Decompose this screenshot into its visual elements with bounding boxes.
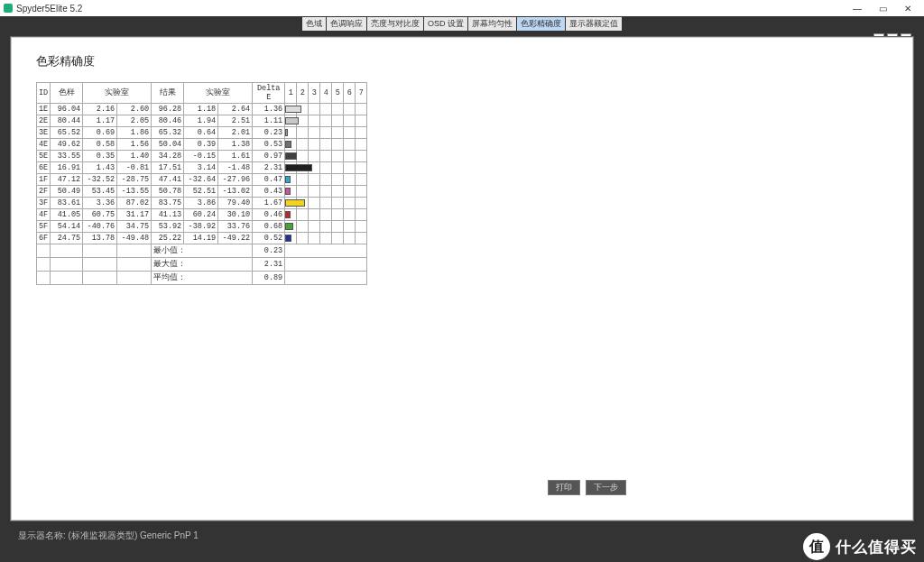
restore-button[interactable]: ▭	[870, 1, 895, 15]
summary-row: 最小值：0.23	[37, 244, 367, 258]
delta-bar	[285, 235, 291, 242]
table-row: 6F 24.75 13.78-49.48 25.22 14.19-49.220.…	[37, 233, 367, 244]
table-row: 2F 50.49 53.45-13.55 50.78 52.51-13.020.…	[37, 186, 367, 198]
tab-0[interactable]: 色域	[302, 17, 326, 31]
app-icon	[4, 4, 13, 13]
tab-bar: 色域色调响应亮度与对比度OSD 设置屏幕均匀性色彩精确度显示器额定值	[0, 16, 924, 31]
table-row: 1E 96.04 2.16 2.60 96.28 1.18 2.641.36	[37, 104, 367, 115]
delta-bar	[285, 223, 293, 230]
tab-3[interactable]: OSD 设置	[424, 17, 467, 31]
delta-bar	[285, 152, 297, 160]
section-title: 色彩精确度	[36, 53, 888, 69]
tab-4[interactable]: 屏幕均匀性	[468, 17, 516, 31]
display-name-label: 显示器名称:	[18, 530, 66, 542]
window-titlebar: Spyder5Elite 5.2 — ▭ ✕	[0, 0, 924, 16]
table-row: 2E 80.44 1.17 2.05 80.46 1.94 2.511.11	[37, 115, 367, 127]
table-row: 1F 47.12-32.52-28.75 47.41-32.64-27.960.…	[37, 174, 367, 186]
work-area: ⤢ ▣ ⌕ 色彩精确度 ID色样实验室结果实验室Delta E12345671E…	[0, 31, 924, 526]
summary-row: 平均值：0.89	[37, 272, 367, 285]
delta-bar	[285, 141, 291, 148]
watermark: 值 什么值得买	[803, 533, 917, 560]
display-name-value: (标准监视器类型) Generic PnP 1	[69, 530, 199, 542]
watermark-text: 什么值得买	[836, 537, 917, 557]
window-title: Spyder5Elite 5.2	[16, 4, 82, 14]
table-row: 3F 83.61 3.36 87.02 83.75 3.86 79.401.67	[37, 198, 367, 209]
delta-bar	[285, 129, 288, 136]
delta-bar	[285, 211, 291, 218]
footer-controls: 打印 下一步	[548, 480, 626, 495]
tab-6[interactable]: 显示器额定值	[566, 17, 622, 31]
table-row: 6E 16.91 1.43-0.81 17.51 3.14-1.482.31	[37, 162, 367, 174]
summary-row: 最大值：2.31	[37, 258, 367, 272]
color-accuracy-table: ID色样实验室结果实验室Delta E12345671E 96.04 2.16 …	[36, 82, 367, 285]
tab-2[interactable]: 亮度与对比度	[367, 17, 423, 31]
delta-bar	[285, 176, 291, 183]
watermark-badge-icon: 值	[803, 533, 830, 560]
table-row: 4E 49.62 0.58 1.56 50.04 0.39 1.380.53	[37, 139, 367, 151]
tab-1[interactable]: 色调响应	[327, 17, 366, 31]
report-canvas: 色彩精确度 ID色样实验室结果实验室Delta E12345671E 96.04…	[10, 36, 914, 521]
table-row: 3E 65.52 0.69 1.86 65.32 0.64 2.010.23	[37, 127, 367, 139]
next-button[interactable]: 下一步	[586, 480, 626, 495]
print-button[interactable]: 打印	[548, 480, 580, 495]
minimize-button[interactable]: —	[845, 1, 870, 15]
table-row: 4F 41.05 60.75 31.17 41.13 60.24 30.100.…	[37, 209, 367, 221]
table-row: 5E 33.55 0.35 1.40 34.28-0.15 1.610.97	[37, 151, 367, 162]
tab-5[interactable]: 色彩精确度	[517, 17, 565, 31]
close-button[interactable]: ✕	[895, 1, 920, 15]
status-bar: 显示器名称: (标准监视器类型) Generic PnP 1	[0, 526, 924, 562]
table-row: 5F 54.14-40.76 34.75 53.92-38.92 33.760.…	[37, 221, 367, 233]
delta-bar	[285, 188, 291, 195]
